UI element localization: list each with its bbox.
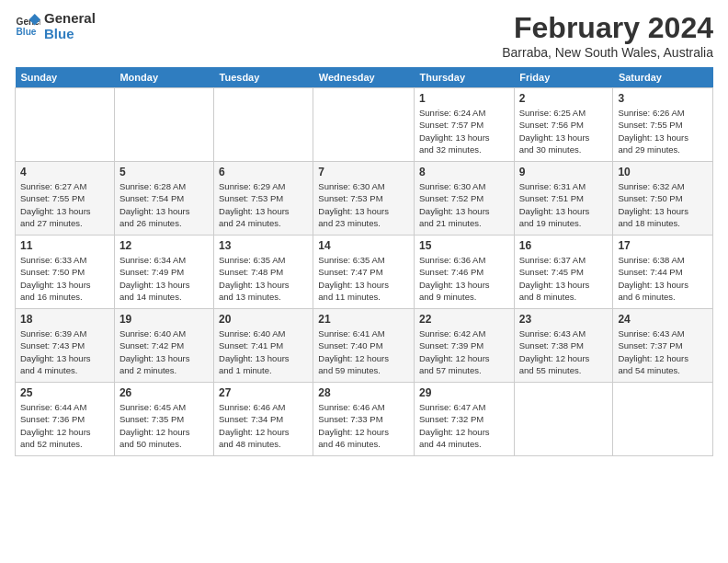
calendar-cell: 16Sunrise: 6:37 AM Sunset: 7:45 PM Dayli… [514,236,613,309]
calendar-cell: 7Sunrise: 6:30 AM Sunset: 7:53 PM Daylig… [313,162,415,236]
day-number: 9 [519,166,609,178]
calendar-cell: 21Sunrise: 6:41 AM Sunset: 7:40 PM Dayli… [313,309,415,383]
calendar-cell: 9Sunrise: 6:31 AM Sunset: 7:51 PM Daylig… [514,162,613,236]
day-number: 1 [419,92,509,105]
day-info: Sunrise: 6:31 AM Sunset: 7:51 PM Dayligh… [519,180,609,229]
calendar-header-row: Sunday Monday Tuesday Wednesday Thursday… [16,67,713,88]
location: Barraba, New South Wales, Australia [502,45,713,60]
calendar-cell [613,383,713,456]
day-info: Sunrise: 6:40 AM Sunset: 7:41 PM Dayligh… [219,327,308,376]
day-number: 4 [20,166,109,178]
page-container: General Blue General Blue February 2024 … [0,0,728,563]
day-info: Sunrise: 6:34 AM Sunset: 7:49 PM Dayligh… [119,254,209,303]
calendar-cell: 19Sunrise: 6:40 AM Sunset: 7:42 PM Dayli… [114,309,213,383]
calendar-cell: 6Sunrise: 6:29 AM Sunset: 7:53 PM Daylig… [214,162,313,236]
day-info: Sunrise: 6:26 AM Sunset: 7:55 PM Dayligh… [618,107,708,155]
day-number: 12 [119,239,209,252]
logo-blue: Blue [44,27,96,42]
calendar-cell: 5Sunrise: 6:28 AM Sunset: 7:54 PM Daylig… [114,162,213,236]
day-number: 10 [618,166,708,178]
day-info: Sunrise: 6:38 AM Sunset: 7:44 PM Dayligh… [618,254,708,303]
calendar-week-3: 11Sunrise: 6:33 AM Sunset: 7:50 PM Dayli… [16,236,713,309]
day-number: 7 [318,166,409,178]
calendar-cell: 13Sunrise: 6:35 AM Sunset: 7:48 PM Dayli… [214,236,313,309]
calendar-cell [114,88,213,162]
day-info: Sunrise: 6:46 AM Sunset: 7:33 PM Dayligh… [318,401,409,450]
calendar-week-1: 1Sunrise: 6:24 AM Sunset: 7:57 PM Daylig… [16,88,713,162]
day-info: Sunrise: 6:29 AM Sunset: 7:53 PM Dayligh… [219,180,308,229]
day-info: Sunrise: 6:42 AM Sunset: 7:39 PM Dayligh… [419,327,509,376]
col-saturday: Saturday [613,67,713,88]
calendar-cell: 2Sunrise: 6:25 AM Sunset: 7:56 PM Daylig… [514,88,613,162]
col-thursday: Thursday [415,67,515,88]
day-info: Sunrise: 6:25 AM Sunset: 7:56 PM Dayligh… [519,107,609,155]
day-info: Sunrise: 6:32 AM Sunset: 7:50 PM Dayligh… [618,180,708,229]
calendar-cell: 14Sunrise: 6:35 AM Sunset: 7:47 PM Dayli… [313,236,415,309]
day-number: 6 [219,166,308,178]
logo-icon: General Blue [15,14,40,40]
calendar-week-4: 18Sunrise: 6:39 AM Sunset: 7:43 PM Dayli… [16,309,713,383]
day-number: 23 [519,313,609,326]
col-wednesday: Wednesday [313,67,415,88]
day-info: Sunrise: 6:41 AM Sunset: 7:40 PM Dayligh… [318,327,409,376]
day-info: Sunrise: 6:44 AM Sunset: 7:36 PM Dayligh… [20,401,109,450]
day-info: Sunrise: 6:35 AM Sunset: 7:47 PM Dayligh… [318,254,409,303]
day-number: 21 [318,313,409,326]
day-number: 29 [419,386,509,399]
day-number: 16 [519,239,609,252]
calendar-cell [514,383,613,456]
day-info: Sunrise: 6:33 AM Sunset: 7:50 PM Dayligh… [20,254,109,303]
day-number: 11 [20,239,109,252]
day-number: 17 [618,239,708,252]
day-info: Sunrise: 6:36 AM Sunset: 7:46 PM Dayligh… [419,254,509,303]
col-tuesday: Tuesday [214,67,313,88]
calendar-cell: 1Sunrise: 6:24 AM Sunset: 7:57 PM Daylig… [415,88,515,162]
calendar-cell: 20Sunrise: 6:40 AM Sunset: 7:41 PM Dayli… [214,309,313,383]
month-title: February 2024 [502,11,713,45]
day-info: Sunrise: 6:45 AM Sunset: 7:35 PM Dayligh… [119,401,209,450]
calendar-week-2: 4Sunrise: 6:27 AM Sunset: 7:55 PM Daylig… [16,162,713,236]
calendar-cell: 27Sunrise: 6:46 AM Sunset: 7:34 PM Dayli… [214,383,313,456]
calendar-cell: 11Sunrise: 6:33 AM Sunset: 7:50 PM Dayli… [16,236,115,309]
title-section: February 2024 Barraba, New South Wales, … [502,11,713,60]
logo-general: General [44,11,96,27]
day-number: 5 [119,166,209,178]
day-number: 18 [20,313,109,326]
day-number: 26 [119,386,209,399]
col-friday: Friday [514,67,613,88]
calendar-cell: 26Sunrise: 6:45 AM Sunset: 7:35 PM Dayli… [114,383,213,456]
day-number: 3 [618,92,708,105]
day-number: 2 [519,92,609,105]
calendar-cell: 29Sunrise: 6:47 AM Sunset: 7:32 PM Dayli… [415,383,515,456]
day-info: Sunrise: 6:30 AM Sunset: 7:52 PM Dayligh… [419,180,509,229]
day-info: Sunrise: 6:40 AM Sunset: 7:42 PM Dayligh… [119,327,209,376]
day-info: Sunrise: 6:47 AM Sunset: 7:32 PM Dayligh… [419,401,509,450]
day-number: 25 [20,386,109,399]
calendar-cell: 10Sunrise: 6:32 AM Sunset: 7:50 PM Dayli… [613,162,713,236]
day-number: 24 [618,313,708,326]
calendar-cell: 28Sunrise: 6:46 AM Sunset: 7:33 PM Dayli… [313,383,415,456]
calendar-body: 1Sunrise: 6:24 AM Sunset: 7:57 PM Daylig… [16,88,713,456]
svg-text:Blue: Blue [17,27,37,37]
logo: General Blue General Blue [15,11,96,41]
calendar: Sunday Monday Tuesday Wednesday Thursday… [15,67,713,456]
day-number: 28 [318,386,409,399]
calendar-cell: 25Sunrise: 6:44 AM Sunset: 7:36 PM Dayli… [16,383,115,456]
calendar-cell: 22Sunrise: 6:42 AM Sunset: 7:39 PM Dayli… [415,309,515,383]
calendar-cell: 4Sunrise: 6:27 AM Sunset: 7:55 PM Daylig… [16,162,115,236]
calendar-week-5: 25Sunrise: 6:44 AM Sunset: 7:36 PM Dayli… [16,383,713,456]
day-info: Sunrise: 6:39 AM Sunset: 7:43 PM Dayligh… [20,327,109,376]
day-info: Sunrise: 6:46 AM Sunset: 7:34 PM Dayligh… [219,401,308,450]
calendar-cell: 15Sunrise: 6:36 AM Sunset: 7:46 PM Dayli… [415,236,515,309]
calendar-cell: 24Sunrise: 6:43 AM Sunset: 7:37 PM Dayli… [613,309,713,383]
day-info: Sunrise: 6:43 AM Sunset: 7:38 PM Dayligh… [519,327,609,376]
day-number: 27 [219,386,308,399]
calendar-cell: 17Sunrise: 6:38 AM Sunset: 7:44 PM Dayli… [613,236,713,309]
day-number: 13 [219,239,308,252]
calendar-cell [214,88,313,162]
calendar-cell: 3Sunrise: 6:26 AM Sunset: 7:55 PM Daylig… [613,88,713,162]
calendar-cell [16,88,115,162]
day-info: Sunrise: 6:27 AM Sunset: 7:55 PM Dayligh… [20,180,109,229]
day-info: Sunrise: 6:24 AM Sunset: 7:57 PM Dayligh… [419,107,509,155]
col-sunday: Sunday [16,67,115,88]
